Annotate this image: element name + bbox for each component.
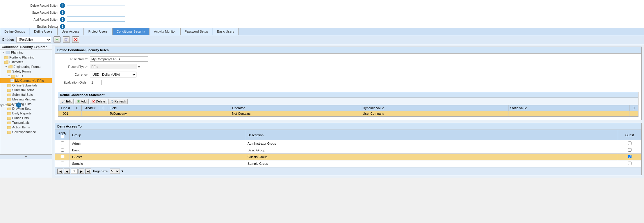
svg-rect-28 [7, 108, 11, 110]
statement-toolbar: Edit Add Delete Refresh [58, 98, 638, 105]
guest-admin-checkbox[interactable] [628, 141, 631, 145]
define-rules-section: Define Conditional Security Rules Rule N… [55, 47, 642, 120]
collapse-icon[interactable] [1, 51, 5, 54]
callout-badge-2: 2 [60, 17, 65, 22]
folder-icon-safety [7, 70, 11, 73]
deny-access-table: Apply Group Description Guest Admin Admi… [55, 130, 641, 167]
current-page-input[interactable] [71, 169, 78, 174]
tree-item-rfis[interactable]: RFIs [0, 74, 52, 78]
delete-record-button-label: Delete Record Button [20, 4, 58, 7]
save-record-button[interactable] [63, 36, 70, 43]
tree-item-engineering-forms[interactable]: Engineering Forms [0, 64, 52, 69]
col-field: Field [108, 105, 230, 111]
page-size-dropdown-arrow[interactable]: ▼ [121, 169, 124, 173]
statement-table: Line # 0 And/Or 0 Field Operator Dynamic… [58, 105, 638, 116]
col-static-value: Static Value [508, 105, 629, 111]
tree-panel: Planning Portfolio Planning Estimates En… [0, 49, 52, 154]
deny-row-sample[interactable]: Sample Sample Group [55, 160, 641, 167]
save-record-button-label: Save Record Button [20, 11, 58, 14]
svg-rect-19 [10, 79, 14, 82]
svg-rect-8 [65, 40, 67, 41]
add-record-button[interactable]: + [54, 36, 61, 43]
guest-sample-checkbox[interactable] [628, 162, 631, 165]
tab-activity-monitor[interactable]: Activity Monitor [150, 28, 180, 35]
col-apply: Apply [55, 130, 70, 140]
apply-guests-checkbox[interactable] [61, 155, 64, 158]
tree-item-planning-label: Planning [11, 51, 24, 54]
tree-item-punch-lists[interactable]: Punch Lists [0, 116, 52, 120]
tree-item-estimates[interactable]: Estimates [0, 60, 52, 64]
tree-item-safety-forms[interactable]: Safety Forms [0, 69, 52, 74]
guest-guests-checkbox[interactable] [628, 155, 631, 158]
currency-select[interactable]: USD - Dollar (USA) [90, 72, 136, 77]
scroll-down-indicator: ▼ [0, 154, 52, 159]
first-page-button[interactable]: |◀ [57, 169, 63, 174]
cell-guest-basic [618, 147, 641, 154]
save-icon [64, 38, 68, 42]
add-statement-button[interactable]: Add [75, 99, 89, 104]
delete-statement-icon [92, 100, 95, 103]
tree-item-online-submittals[interactable]: Online Submittals [0, 83, 52, 88]
tree-item-daily-reports[interactable]: Daily Reports [0, 111, 52, 116]
delete-icon [74, 38, 78, 42]
tree-item-meeting-minutes[interactable]: Meeting Minutes [0, 97, 52, 102]
define-rules-header: Define Conditional Security Rules [55, 47, 641, 54]
edit-button[interactable]: Edit [60, 99, 74, 104]
tree-item-correspondence[interactable]: Correspondence [0, 130, 52, 134]
tree-item-submittal-items[interactable]: Submittal Items [0, 88, 52, 92]
deny-row-guests[interactable]: Guests Guests Group [55, 154, 641, 160]
tab-basic-users[interactable]: Basic Users [213, 28, 239, 35]
refresh-button[interactable]: Refresh [108, 99, 128, 104]
eval-order-input[interactable] [90, 80, 102, 85]
entities-selector-label: Entities Selector [20, 25, 58, 28]
add-record-button-label: Add Record Button [20, 18, 58, 21]
tree-item-submittal-sets[interactable]: Submittal Sets [0, 92, 52, 97]
col-dynamic-value: Dynamic Value [361, 105, 508, 111]
next-page-button[interactable]: ▶ [79, 169, 84, 174]
cell-0c [629, 111, 638, 116]
cell-apply-admin [55, 140, 70, 147]
page-size-select[interactable]: 5 [110, 169, 120, 174]
tree-item-portfolio-planning[interactable]: Portfolio Planning [0, 55, 52, 60]
apply-basic-checkbox[interactable] [61, 148, 64, 152]
record-type-input [90, 64, 136, 69]
collapse-icon-rfis[interactable] [7, 74, 11, 78]
prev-page-button[interactable]: ◀ [64, 169, 70, 174]
tab-project-users[interactable]: Project Users [84, 28, 112, 35]
deny-row-basic[interactable]: Basic Basic Group [55, 147, 641, 154]
currency-row: Currency USD - Dollar (USA) [58, 72, 638, 77]
tab-bar: Define Groups Define Users User Access P… [0, 28, 644, 35]
tab-conditional-security[interactable]: Conditional Security [112, 28, 150, 35]
svg-line-34 [64, 101, 65, 101]
delete-statement-button[interactable]: Delete [90, 99, 107, 104]
folder-icon-punch [7, 116, 11, 120]
svg-rect-26 [7, 98, 11, 101]
last-page-button[interactable]: ▶| [85, 169, 91, 174]
svg-rect-18 [11, 75, 15, 78]
entities-selector[interactable]: (Portfolio) [16, 37, 51, 43]
cell-line: 001 [58, 111, 73, 116]
tab-password-setup[interactable]: Password Setup [180, 28, 212, 35]
col-group: Group [70, 130, 245, 140]
rule-name-input[interactable] [90, 56, 148, 62]
apply-all-checkbox[interactable] [61, 135, 64, 138]
folder-icon-correspondence [7, 130, 11, 134]
svg-rect-12 [6, 51, 10, 54]
tree-item-action-items[interactable]: Action Items [0, 125, 52, 130]
statement-row-1[interactable]: 001 ToCompany Not Contains User Company [58, 111, 638, 116]
cse-annotation-label: Conditional Security Explorer [0, 104, 14, 107]
apply-sample-checkbox[interactable] [61, 162, 64, 165]
deny-row-admin[interactable]: Admin Administrator Group [55, 140, 641, 147]
record-type-dropdown-icon[interactable]: ▼ [137, 64, 141, 69]
guest-basic-checkbox[interactable] [628, 148, 631, 152]
tree-item-planning[interactable]: Planning [0, 50, 52, 55]
callout-badge-4: 4 [60, 3, 65, 8]
tree-item-my-company-rfis[interactable]: My Company's RFIs [0, 78, 52, 83]
rule-name-row: Rule Name* [58, 56, 638, 62]
delete-record-button[interactable] [72, 36, 79, 43]
tree-item-transmittals[interactable]: Transmittals [0, 120, 52, 125]
cell-desc-basic: Basic Group [245, 147, 618, 154]
col-operator: Operator [230, 105, 361, 111]
apply-admin-checkbox[interactable] [61, 141, 64, 145]
collapse-icon-eng[interactable] [4, 65, 8, 68]
